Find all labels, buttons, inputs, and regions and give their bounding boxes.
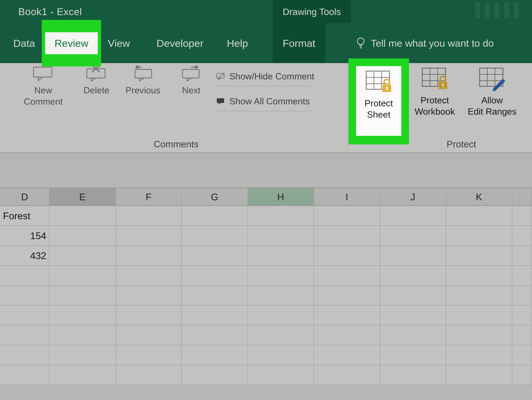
svg-rect-3 [135,69,152,78]
cell-J3[interactable] [380,246,446,265]
previous-comment-label: Previous [121,85,165,96]
show-all-comments-icon [216,97,225,105]
column-header-J[interactable]: J [380,188,446,205]
cell-D3[interactable]: 432 [0,246,50,265]
cell-H1[interactable] [248,206,314,226]
svg-rect-7 [217,98,224,103]
cell-F2[interactable] [116,226,182,246]
allow-edit-ranges-button[interactable]: AllowEdit Ranges [466,66,519,117]
protect-sheet-button[interactable]: ProtectSheet [356,66,401,136]
tell-me-label: Tell me what you want to do [371,37,494,49]
row-2: 154 [0,226,532,246]
cell-E1[interactable] [50,206,115,226]
column-header-D[interactable]: D [0,188,50,205]
cell-K1[interactable] [446,206,512,226]
svg-rect-2 [87,69,105,78]
tab-developer[interactable]: Developer [148,23,212,63]
row-8 [0,345,532,365]
show-hide-comment-button[interactable]: Show/Hide Comment [216,66,314,86]
tab-format[interactable]: Format [273,23,325,63]
column-header-G[interactable]: G [182,188,248,205]
protect-sheet-label: ProtectSheet [364,98,393,120]
svg-rect-28 [386,88,387,90]
cell-G2[interactable] [182,226,248,246]
cell-K3[interactable] [446,246,512,265]
tell-me-search[interactable]: Tell me what you want to do [356,23,494,63]
ribbon-group-comments: NewComment Delete Previous Next [5,63,348,153]
svg-rect-1 [34,67,52,77]
protect-workbook-icon [421,66,449,91]
ribbon-tab-row: Data Review View Developer Help Format T… [0,23,532,63]
svg-rect-15 [442,85,443,87]
cell-L2[interactable] [512,226,532,246]
column-header-E[interactable]: E [50,188,116,205]
column-header-H[interactable]: H [248,188,314,205]
cell-G1[interactable] [182,206,248,226]
cell-K2[interactable] [446,226,512,246]
new-comment-button[interactable]: NewComment [20,65,66,107]
cell-F1[interactable] [116,206,182,226]
svg-rect-4 [183,69,199,78]
ribbon-body: NewComment Delete Previous Next [0,63,532,153]
column-header-K[interactable]: K [446,188,512,205]
title-bar: Book1 - Excel Drawing Tools [0,0,532,23]
row-9 [0,365,532,385]
cell-L3[interactable] [512,246,532,265]
delete-comment-label: Delete [75,85,118,96]
contextual-tab-drawing-tools[interactable]: Drawing Tools [273,0,351,23]
new-comment-label: NewComment [20,85,66,107]
cell-E3[interactable] [50,246,115,265]
cell-L1[interactable] [512,206,532,226]
cell-I2[interactable] [314,226,380,246]
show-all-comments-button[interactable]: Show All Comments [216,91,314,111]
lightbulb-icon [356,37,366,50]
row-5 [0,286,532,306]
tab-review[interactable]: Review [45,23,98,63]
cell-H2[interactable] [248,226,314,246]
cell-I1[interactable] [314,206,380,226]
delete-comment-button[interactable]: Delete [75,65,118,96]
next-comment-button[interactable]: Next [170,65,213,96]
previous-comment-button[interactable]: Previous [121,65,165,96]
cell-I3[interactable] [314,246,380,265]
comment-toggle-group: Show/Hide Comment Show All Comments [216,66,314,116]
allow-edit-ranges-label: AllowEdit Ranges [466,95,519,117]
svg-point-0 [357,38,364,45]
cell-H3[interactable] [248,246,314,265]
protect-workbook-label: ProtectWorkbook [409,95,461,117]
spreadsheet[interactable]: D E F G H I J K Forest 154 [0,160,532,400]
tab-view[interactable]: View [99,23,138,63]
cell-D2[interactable]: 154 [0,226,50,246]
next-comment-label: Next [170,85,213,96]
tab-data[interactable]: Data [5,23,43,63]
comments-group-label: Comments [5,139,347,149]
title-decoration [475,0,519,23]
delete-comment-icon [85,65,108,81]
tab-help[interactable]: Help [218,23,256,63]
show-all-comments-label: Show All Comments [229,96,310,106]
new-comment-icon [32,65,55,81]
cell-J1[interactable] [380,206,446,226]
column-headers: D E F G H I J K [0,188,532,206]
window-title: Book1 - Excel [18,6,82,18]
row-7 [0,326,532,345]
protect-workbook-button[interactable]: ProtectWorkbook [409,66,461,117]
formula-bar-area [0,153,532,160]
column-header-F[interactable]: F [116,188,182,205]
show-hide-comment-icon [216,72,225,80]
tab-review-label: Review [45,32,98,54]
cell-J2[interactable] [380,226,446,246]
protect-sheet-icon [365,69,393,94]
column-header-next[interactable] [512,188,532,205]
grid-rows: Forest 154 432 [0,206,532,400]
show-hide-comment-label: Show/Hide Comment [229,71,314,81]
column-header-I[interactable]: I [314,188,380,205]
next-comment-icon [180,65,203,81]
protect-group-label: Protect [397,139,525,149]
row-1: Forest [0,206,532,226]
row-3: 432 [0,246,532,266]
cell-G3[interactable] [182,246,248,265]
cell-F3[interactable] [116,246,182,265]
cell-E2[interactable] [50,226,115,246]
cell-D1[interactable]: Forest [0,206,50,226]
